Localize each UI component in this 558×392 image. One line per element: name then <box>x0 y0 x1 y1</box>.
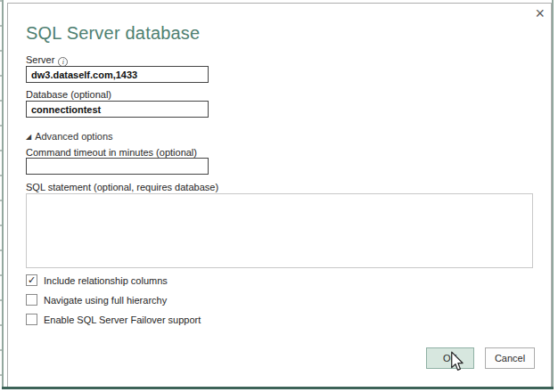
checkbox-include-relationship-columns[interactable]: ✓ Include relationship columns <box>26 274 168 287</box>
server-label-text: Server <box>26 54 54 65</box>
database-input[interactable] <box>26 101 209 118</box>
server-label: Serveri <box>26 54 68 67</box>
checkbox-navigate-full-hierarchy[interactable]: Navigate using full hierarchy <box>26 293 167 306</box>
timeout-input[interactable] <box>26 158 209 175</box>
dialog-title: SQL Server database <box>26 23 200 44</box>
collapse-triangle-icon: ◢ <box>26 133 31 141</box>
checkbox-icon[interactable]: ✓ <box>26 274 37 286</box>
advanced-options-label: Advanced options <box>35 131 112 142</box>
advanced-options-toggle[interactable]: ◢Advanced options <box>26 131 113 142</box>
checkbox-sql-failover-support[interactable]: Enable SQL Server Failover support <box>26 313 201 326</box>
checkbox-label: Navigate using full hierarchy <box>44 295 167 306</box>
sql-statement-label: SQL statement (optional, requires databa… <box>26 182 218 192</box>
background-left-edge <box>2 0 4 387</box>
checkbox-label: Enable SQL Server Failover support <box>44 314 201 325</box>
checkbox-icon[interactable] <box>26 294 37 306</box>
checkbox-label: Include relationship columns <box>44 275 168 286</box>
cancel-button[interactable]: Cancel <box>485 347 535 369</box>
checkbox-icon[interactable] <box>26 314 37 325</box>
sql-statement-textarea[interactable] <box>26 193 533 268</box>
background-bottom-accent-line <box>2 387 554 389</box>
sql-server-database-dialog: × SQL Server database Serveri Database (… <box>7 3 552 387</box>
close-icon[interactable]: × <box>535 5 545 21</box>
timeout-label: Command timeout in minutes (optional) <box>26 147 197 158</box>
server-input[interactable] <box>26 66 209 83</box>
database-label: Database (optional) <box>26 89 111 100</box>
ok-button[interactable]: OK <box>426 347 474 369</box>
background-right-edge <box>552 0 554 387</box>
